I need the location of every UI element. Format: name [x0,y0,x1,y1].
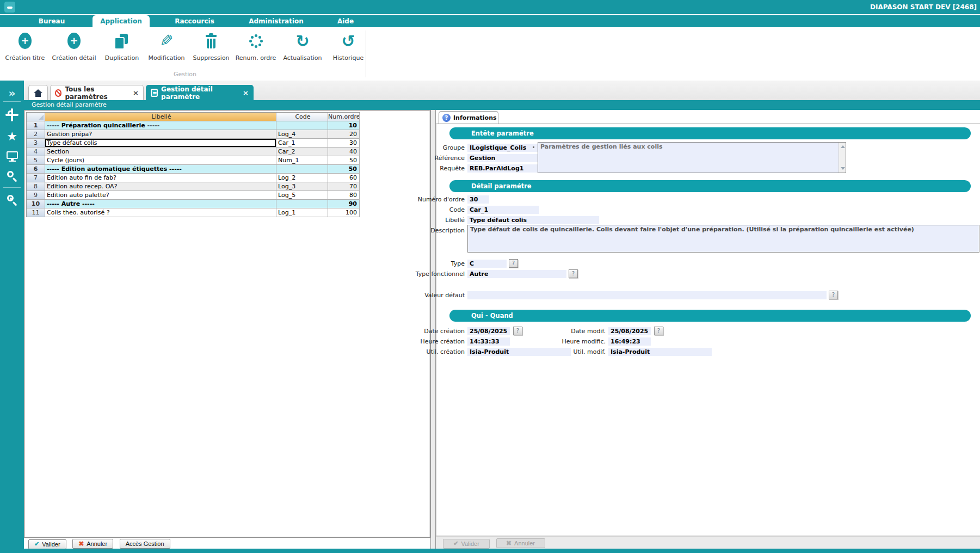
sidebar-item-search[interactable] [0,170,24,186]
table-row[interactable]: 10----- Autre -----90 [27,200,360,208]
toolbar-actualisation[interactable]: Actualisation [279,32,326,74]
libelle-cell[interactable]: Edition auto palette? [45,191,276,200]
row-number-cell[interactable]: 2 [27,130,45,139]
toolbar-renum-ordre[interactable]: Renum. ordre [232,32,280,74]
toolbar-creation-detail[interactable]: Création détail [50,32,98,74]
code-cell[interactable] [276,200,328,208]
libelle-cell[interactable]: ----- Edition automatique étiquettes ---… [45,165,276,174]
table-row[interactable]: 4SectionCar_240 [27,148,360,156]
libelle-cell[interactable]: Colis theo. autorisé ? [45,208,276,217]
libelle-cell[interactable]: ----- Préparation quincaillerie ----- [45,121,276,130]
toolbar-duplication[interactable]: Duplication [98,32,146,74]
annuler-button-disabled[interactable]: ✖ Annuler [496,538,545,548]
libelle-cell[interactable]: Type défaut colis [45,139,276,148]
menu-aide[interactable]: Aide [329,15,362,27]
row-number-cell[interactable]: 4 [27,148,45,156]
sidebar-item-search-locate[interactable] [0,194,24,210]
table-row[interactable]: 6----- Edition automatique étiquettes --… [27,165,360,174]
date-modif-help-button[interactable] [654,327,663,335]
table-row[interactable]: 3Type défaut colisCar_130 [27,139,360,148]
numordre-cell[interactable]: 100 [328,208,360,217]
close-icon[interactable]: × [243,89,249,97]
table-row[interactable]: 2Gestion prépa?Log_420 [27,130,360,139]
menu-application[interactable]: Application [93,15,150,27]
annuler-button[interactable]: ✖ Annuler [72,539,113,549]
numordre-cell[interactable]: 40 [328,148,360,156]
row-number-cell[interactable]: 3 [27,139,45,148]
row-number-cell[interactable]: 5 [27,156,45,165]
reference-field[interactable]: Gestion [467,154,539,162]
groupe-comment-box[interactable]: Paramètres de gestion liés aux colis [538,142,846,173]
row-number-cell[interactable]: 9 [27,191,45,200]
numordre-cell[interactable]: 70 [328,182,360,191]
column-header-libelle[interactable]: Libellé [45,113,276,121]
numordre-cell[interactable]: 50 [328,165,360,174]
valider-button-disabled[interactable]: ✔ Valider [443,539,490,549]
sidebar-item-favorites[interactable] [0,130,24,146]
row-number-cell[interactable]: 8 [27,182,45,191]
tab-gestion-detail-parametre[interactable]: Gestion détail paramètre × [146,85,254,100]
code-cell[interactable] [276,121,328,130]
numordre-cell[interactable]: 90 [328,200,360,208]
menu-bureau[interactable]: Bureau [30,15,73,27]
row-number-cell[interactable]: 6 [27,165,45,174]
libelle-field[interactable]: Type défaut colis [467,216,599,224]
sidebar-item-settings[interactable] [0,109,24,125]
menu-administration[interactable]: Administration [245,15,307,27]
date-creation-help-button[interactable] [513,327,522,335]
numordre-cell[interactable]: 50 [328,156,360,165]
table-row[interactable]: 7Edition auto fin de fab?Log_260 [27,174,360,182]
toolbar-modification[interactable]: Modification [143,32,190,74]
libelle-cell[interactable]: Cycle (jours) [45,156,276,165]
heure-creation-field[interactable]: 14:33:33 [467,337,510,346]
util-modif-field[interactable]: Isia-Produit [608,348,712,356]
code-cell[interactable]: Log_2 [276,174,328,182]
table-row[interactable]: 8Edition auto recep. OA?Log_370 [27,182,360,191]
row-number-cell[interactable]: 1 [27,121,45,130]
code-cell[interactable]: Car_1 [276,139,328,148]
column-header-numordre[interactable]: Num.ordre [328,113,360,121]
code-cell[interactable]: Log_4 [276,130,328,139]
tab-tous-les-parametres[interactable]: Tous les paramètres × [50,85,144,100]
date-creation-field[interactable]: 25/08/2025 [467,327,510,335]
scroll-up-icon[interactable] [841,145,845,148]
libelle-cell[interactable]: Section [45,148,276,156]
numordre-cell[interactable]: 20 [328,130,360,139]
close-icon[interactable]: × [133,89,139,97]
scrollbar[interactable] [839,143,846,173]
type-field[interactable]: C [467,260,507,268]
toolbar-historique[interactable]: Historique [324,32,372,74]
table-row[interactable]: 5Cycle (jours)Num_150 [27,156,360,165]
table-row[interactable]: 1----- Préparation quincaillerie -----10 [27,121,360,130]
code-cell[interactable]: Num_1 [276,156,328,165]
type-fonctionnel-help-button[interactable] [569,269,578,278]
numero-ordre-field[interactable]: 30 [467,195,489,204]
column-header-code[interactable]: Code [276,113,328,121]
type-fonctionnel-field[interactable]: Autre [467,270,566,278]
numordre-cell[interactable]: 10 [328,121,360,130]
corner-cell[interactable] [27,113,45,121]
code-field[interactable]: Car_1 [467,206,539,214]
toolbar-creation-titre[interactable]: Création titre [1,32,49,74]
toolbar-suppression[interactable]: Suppression [187,32,235,74]
libelle-cell[interactable]: Edition auto fin de fab? [45,174,276,182]
requete-field[interactable]: REB.ParAidLog1 [467,164,539,173]
valider-button[interactable]: ✔ Valider [28,539,66,549]
table-row[interactable]: 9Edition auto palette?Log_580 [27,191,360,200]
code-cell[interactable]: Car_2 [276,148,328,156]
code-cell[interactable] [276,165,328,174]
code-cell[interactable]: Log_5 [276,191,328,200]
valeur-defaut-field[interactable] [467,291,827,299]
libelle-cell[interactable]: Gestion prépa? [45,130,276,139]
row-number-cell[interactable]: 7 [27,174,45,182]
heure-modif-field[interactable]: 16:49:23 [608,337,651,346]
description-box[interactable]: Type défaut de colis de quincaillerie. C… [467,225,979,253]
tab-informations[interactable]: Informations [439,111,498,124]
libelle-cell[interactable]: ----- Autre ----- [45,200,276,208]
type-help-button[interactable] [509,259,518,268]
code-cell[interactable]: Log_1 [276,208,328,217]
numordre-cell[interactable]: 30 [328,139,360,148]
numordre-cell[interactable]: 60 [328,174,360,182]
table-row[interactable]: 11Colis theo. autorisé ?Log_1100 [27,208,360,217]
menu-raccourcis[interactable]: Raccourcis [169,15,220,27]
